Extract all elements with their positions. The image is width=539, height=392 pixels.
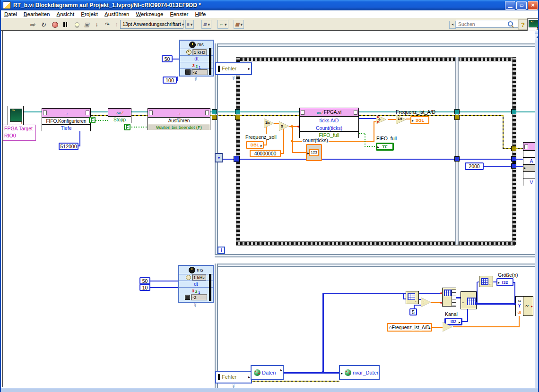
close-button[interactable] bbox=[528, 1, 538, 10]
tunnel-int[interactable] bbox=[511, 156, 516, 162]
iteration-terminal[interactable]: i bbox=[217, 247, 225, 254]
groesse-indicator[interactable]: I32 bbox=[496, 278, 513, 286]
tunnel-fpga-ref[interactable] bbox=[212, 109, 217, 114]
collapse-chevron-icon[interactable] bbox=[192, 304, 199, 307]
priority-constant[interactable]: 10 bbox=[139, 284, 150, 291]
wire-dbl[interactable] bbox=[453, 326, 520, 327]
ausfuehren-node[interactable]: Ausführen Warten bis beendet (F) bbox=[148, 108, 210, 130]
warten-row[interactable]: Warten bis beendet (F) bbox=[148, 124, 210, 130]
menu-werkzeuge[interactable]: Werkzeuge bbox=[132, 10, 166, 18]
step-into-button[interactable] bbox=[91, 19, 102, 30]
highlight-execution-button[interactable] bbox=[71, 19, 82, 30]
wire-boolean[interactable] bbox=[365, 133, 365, 147]
fpga-target-icon[interactable]: ~ 1 bbox=[8, 106, 24, 126]
loop-cpu[interactable]: -2 bbox=[191, 69, 208, 75]
wire-dbl[interactable] bbox=[374, 122, 374, 142]
false-constant[interactable]: F bbox=[124, 124, 130, 130]
dt-constant[interactable]: 50 bbox=[162, 55, 173, 62]
timed-loop-bottom-input-node[interactable]: ms 1 kHz dt -2 bbox=[178, 265, 214, 303]
wire-boolean[interactable] bbox=[96, 120, 108, 121]
depth-constant[interactable]: 512000 bbox=[59, 143, 78, 150]
loop-dt-row[interactable]: dt bbox=[180, 55, 213, 62]
wire-error[interactable] bbox=[503, 115, 504, 149]
vi-icon-button[interactable]: 3 bbox=[527, 18, 539, 31]
sequence-structure-border[interactable] bbox=[236, 57, 240, 245]
reorder-objects-dropdown[interactable] bbox=[234, 20, 244, 29]
menu-datei[interactable]: Datei bbox=[1, 10, 20, 18]
loop-cpu[interactable]: -2 bbox=[191, 294, 207, 300]
scroll-up-button[interactable] bbox=[535, 34, 539, 40]
five-constant[interactable]: 5 bbox=[409, 308, 417, 315]
wire-int[interactable] bbox=[467, 309, 468, 322]
menu-fenster[interactable]: Fenster bbox=[166, 10, 191, 18]
loop-priority-row[interactable] bbox=[180, 62, 213, 68]
menu-bearbeiten[interactable]: Bearbeiten bbox=[20, 10, 53, 18]
timed-loop-bottom-border[interactable] bbox=[215, 264, 539, 267]
maximize-button[interactable] bbox=[516, 1, 527, 10]
collapse-chevron-icon[interactable] bbox=[230, 77, 237, 80]
array-size-node[interactable]: ⌐ bbox=[479, 276, 493, 287]
tunnel-fpga-ref[interactable] bbox=[511, 109, 516, 114]
wire-array[interactable] bbox=[284, 372, 340, 374]
loop-top-error-node[interactable]: Fehler bbox=[215, 62, 252, 75]
loop-top-left-data-node[interactable]: ▼ bbox=[215, 153, 223, 162]
loop-rate[interactable]: 1 kHz bbox=[192, 274, 206, 281]
tunnel-int[interactable] bbox=[511, 163, 516, 169]
pause-button[interactable] bbox=[60, 19, 70, 30]
menu-ansicht[interactable]: Ansicht bbox=[53, 10, 78, 18]
index-array-node[interactable]: ▪▪ bbox=[461, 291, 477, 309]
samples-constant[interactable]: 2000 bbox=[465, 162, 484, 170]
loop-rate[interactable]: 1 kHz bbox=[192, 49, 207, 55]
wire-array[interactable] bbox=[477, 303, 516, 305]
wire-int[interactable] bbox=[177, 77, 178, 81]
minimize-button[interactable] bbox=[505, 1, 515, 10]
wire-int[interactable] bbox=[222, 159, 524, 160]
wire-boolean[interactable] bbox=[131, 127, 148, 128]
count-ticks-indicator[interactable]: 123 bbox=[306, 144, 322, 161]
sequence-structure-border[interactable] bbox=[236, 57, 515, 61]
period-constant[interactable]: 100 bbox=[163, 77, 177, 84]
timed-loop-top-border[interactable] bbox=[215, 43, 218, 257]
tunnel-error[interactable] bbox=[454, 115, 460, 120]
wire-ticks[interactable] bbox=[359, 118, 378, 119]
align-objects-dropdown[interactable] bbox=[185, 20, 194, 29]
tunnel-fpga-ref[interactable] bbox=[454, 109, 460, 114]
stopp-row[interactable]: Stopp bbox=[108, 117, 131, 123]
resize-objects-dropdown[interactable] bbox=[217, 20, 228, 29]
wire-error[interactable] bbox=[242, 381, 339, 382]
font-selector[interactable]: 13pt Anwendungsschriftart bbox=[120, 20, 183, 29]
run-button[interactable] bbox=[27, 19, 38, 30]
wire-dbl[interactable] bbox=[431, 327, 444, 328]
to-double-conversion[interactable] bbox=[443, 322, 452, 332]
step-over-button[interactable] bbox=[101, 19, 112, 30]
sequence-frame-divider[interactable] bbox=[455, 57, 459, 245]
dt-constant[interactable]: 50 bbox=[139, 277, 150, 284]
wire-int[interactable] bbox=[484, 166, 524, 167]
daten-shared-variable[interactable]: Daten bbox=[251, 365, 284, 380]
fpga-vi-node[interactable]: FPGA.vi ticks A/D Count(ticks) FIFO_full bbox=[299, 108, 359, 138]
run-continuous-button[interactable] bbox=[38, 19, 49, 30]
reshape-array-node[interactable] bbox=[442, 288, 456, 307]
wire-dbl[interactable] bbox=[283, 129, 284, 154]
wire-int[interactable] bbox=[173, 59, 180, 60]
wire-dbl[interactable] bbox=[292, 152, 307, 153]
tunnel-int[interactable] bbox=[454, 156, 460, 162]
timed-loop-bottom-border[interactable] bbox=[215, 264, 218, 388]
fifo-konfigurieren-node[interactable]: FIFO.Konfigurieren Tiefe bbox=[42, 108, 91, 131]
dt-component-row[interactable]: dt bbox=[516, 309, 523, 316]
tunnel-error[interactable] bbox=[212, 115, 217, 120]
wire-dbl[interactable] bbox=[519, 315, 520, 327]
frequenz-soll-control[interactable]: DBL bbox=[246, 141, 264, 149]
false-constant[interactable]: F bbox=[89, 117, 96, 123]
wire-dbl[interactable] bbox=[388, 119, 397, 120]
search-splitter-button[interactable] bbox=[449, 21, 456, 29]
timed-loop-top-border[interactable] bbox=[215, 43, 539, 47]
tunnel-error[interactable] bbox=[235, 115, 240, 120]
titlebar[interactable]: RT_b.vi Blockdiagramm auf Projekt_1.lvpr… bbox=[1, 0, 539, 10]
help-button[interactable]: ? bbox=[518, 19, 528, 30]
fifo-node-input-tiefe[interactable]: Tiefe bbox=[42, 124, 90, 131]
retain-wire-values-button[interactable] bbox=[81, 19, 92, 30]
wire-array[interactable] bbox=[322, 293, 443, 294]
distribute-objects-dropdown[interactable] bbox=[201, 20, 211, 29]
fifo-full-indicator[interactable]: TF bbox=[376, 143, 394, 151]
